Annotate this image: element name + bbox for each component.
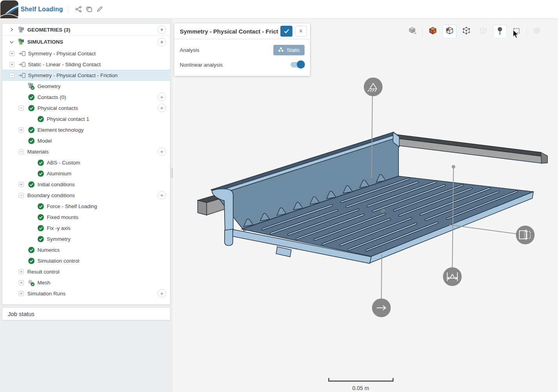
expand-toggle[interactable]: + xyxy=(19,280,24,285)
share-icon xyxy=(75,6,82,12)
mesh-cube-icon xyxy=(532,26,542,37)
box-select-button[interactable] xyxy=(510,25,524,39)
tree-item-materials[interactable]: −Materials+ xyxy=(2,146,170,157)
view-cube-button[interactable] xyxy=(406,25,420,39)
force-marker[interactable] xyxy=(372,298,391,317)
pencil-icon xyxy=(96,6,103,12)
show-annotations-button[interactable] xyxy=(493,25,507,39)
panel-resize-handle[interactable] xyxy=(170,166,173,180)
expand-toggle[interactable]: + xyxy=(9,62,14,67)
chevron-down-icon[interactable] xyxy=(9,40,15,44)
tree-item-physical-contacts[interactable]: −Physical contacts+ xyxy=(2,102,170,113)
expand-toggle[interactable]: + xyxy=(19,269,24,274)
tree-item-element-technology[interactable]: +Element technology xyxy=(2,124,170,135)
face-cube-icon xyxy=(478,26,488,37)
tree-item-label: Materials xyxy=(27,149,49,155)
view-cube-icon xyxy=(408,26,417,37)
add-button[interactable]: + xyxy=(158,25,166,34)
analysis-label: Analysis xyxy=(180,47,199,53)
tree-item-label: Symmetry xyxy=(47,236,71,242)
tree-item-label: Simulation control xyxy=(37,258,79,264)
tree-item-label: Symmetry - Physical Contact xyxy=(28,51,96,57)
settings-dialog: Symmetry - Physical Contact - Friction ×… xyxy=(174,23,310,76)
tree-item-geometries-3[interactable]: GEOMETRIES (3)+ xyxy=(2,24,170,36)
select-volume-mode-button[interactable] xyxy=(443,25,457,39)
analysis-type-chip[interactable]: Static xyxy=(273,45,305,55)
check-icon xyxy=(27,258,35,264)
nonlinear-toggle[interactable] xyxy=(291,62,304,67)
tree-item-contacts-0[interactable]: +Contacts (0)+ xyxy=(2,92,170,102)
tree-item-fixed-mounts[interactable]: +Fixed mounts xyxy=(2,212,170,222)
fixed-support-marker[interactable] xyxy=(364,78,383,96)
slider-constraint-marker[interactable] xyxy=(443,267,462,286)
tree-item-force-shelf-loading[interactable]: +Force - Shelf Loading xyxy=(2,201,170,212)
check-icon xyxy=(27,138,35,144)
duplicate-button[interactable] xyxy=(84,4,94,14)
check-icon xyxy=(37,236,44,242)
collapse-toggle[interactable]: − xyxy=(19,106,24,111)
rename-button[interactable] xyxy=(94,4,105,14)
add-button[interactable]: + xyxy=(158,93,166,101)
select-vertices-button[interactable] xyxy=(459,25,473,39)
tree-item-label: Geometry xyxy=(37,83,60,89)
job-status-panel[interactable]: Job status xyxy=(2,307,170,320)
tree-item-label: Result control xyxy=(27,269,60,275)
tree-item-symmetry-physical-contact[interactable]: +Symmetry - Physical Contact xyxy=(2,48,170,59)
add-button[interactable]: + xyxy=(158,38,166,46)
collapse-toggle[interactable]: − xyxy=(19,193,24,198)
project-title: Shelf Loading xyxy=(21,6,63,13)
anchor-dot xyxy=(452,165,455,169)
close-button[interactable]: × xyxy=(295,26,307,37)
vertex-cube-icon xyxy=(462,26,471,37)
tree-item-mesh[interactable]: +Mesh xyxy=(2,277,170,288)
select-faces-button xyxy=(476,25,490,39)
tree-item-initial-conditions[interactable]: +Initial conditions xyxy=(2,179,170,190)
tree-item-symmetry[interactable]: +Symmetry xyxy=(2,233,170,244)
tree-item-label: Fixed mounts xyxy=(47,214,78,220)
tree-item-symmetry-physical-contact-friction[interactable]: −Symmetry - Physical Contact - Friction xyxy=(2,70,170,81)
scale-label: 0.05 m xyxy=(353,385,369,391)
tree-item-physical-contact-1[interactable]: +Physical contact 1 xyxy=(2,113,170,124)
expand-toggle[interactable]: + xyxy=(19,182,24,187)
tree-item-simulations[interactable]: SIMULATIONS+ xyxy=(2,36,170,48)
analysis-type-value: Static xyxy=(287,47,300,53)
dialog-title: Symmetry - Physical Contact - Friction xyxy=(180,28,278,35)
collapse-toggle[interactable]: − xyxy=(19,149,24,154)
add-button[interactable]: + xyxy=(158,191,166,200)
tree-item-label: Symmetry - Physical Contact - Friction xyxy=(28,72,118,78)
expand-toggle[interactable]: + xyxy=(19,127,24,132)
aluminium-rail[interactable] xyxy=(392,134,547,163)
tree-item-simulation-control[interactable]: +Simulation control xyxy=(2,255,170,266)
tree-item-numerics[interactable]: +Numerics xyxy=(2,244,170,255)
select-volumes-button[interactable] xyxy=(426,25,440,39)
add-button[interactable]: + xyxy=(158,289,166,298)
tree-item-abs-custom[interactable]: +ABS - Custom xyxy=(2,157,170,168)
dialog-header: Symmetry - Physical Contact - Friction × xyxy=(174,23,310,39)
box-select-icon xyxy=(512,26,521,37)
tree-item-result-control[interactable]: +Result control xyxy=(2,266,170,277)
tree-item-label: SIMULATIONS xyxy=(27,39,63,45)
collapse-toggle[interactable]: − xyxy=(9,73,14,78)
symmetry-marker[interactable] xyxy=(516,226,535,244)
apply-button[interactable] xyxy=(280,26,292,37)
expand-toggle[interactable]: + xyxy=(19,291,24,296)
tree-item-simulation-runs[interactable]: +Simulation Runs+ xyxy=(2,288,170,299)
chevron-right-icon[interactable] xyxy=(9,27,15,32)
tree-item-label: Element technology xyxy=(37,127,84,133)
check-icon xyxy=(284,29,289,34)
tree-item-geometry[interactable]: +Geometry xyxy=(2,81,170,92)
expand-toggle[interactable]: + xyxy=(9,51,14,56)
tree-item-aluminium[interactable]: +Aluminium xyxy=(2,168,170,179)
add-button[interactable]: + xyxy=(158,147,166,156)
tree-item-fix-y-axis[interactable]: +Fix -y axis xyxy=(2,222,170,233)
tree-item-static-linear-sliding-contact[interactable]: +Static - Linear - Sliding Contact xyxy=(2,59,170,70)
share-button[interactable] xyxy=(73,4,83,14)
tree-item-boundary-conditions[interactable]: −Boundary conditions+ xyxy=(2,190,170,201)
tree-item-label: Mesh xyxy=(37,280,50,286)
check-icon xyxy=(37,170,44,177)
check-icon xyxy=(37,203,44,210)
check-icon xyxy=(27,247,35,253)
mesh-check-icon xyxy=(27,279,35,286)
add-button[interactable]: + xyxy=(158,104,166,112)
tree-item-model[interactable]: +Model xyxy=(2,135,170,146)
